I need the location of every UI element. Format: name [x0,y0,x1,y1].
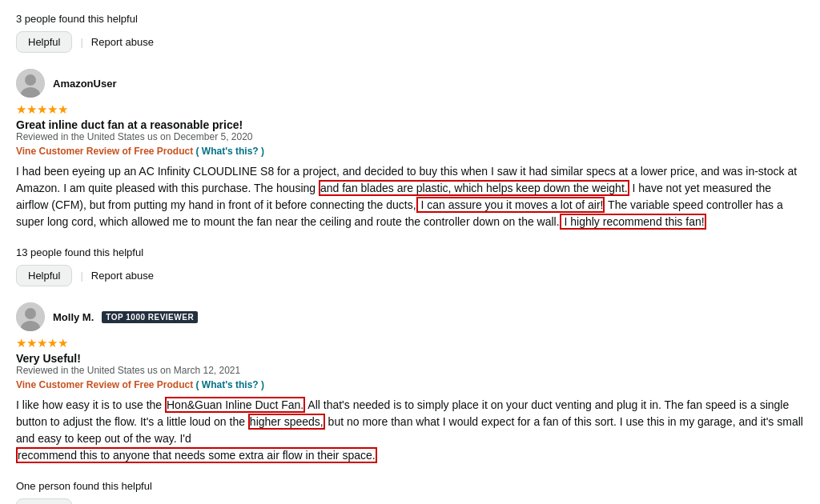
action-bar-1: Helpful | Report abuse [16,31,804,53]
helpful-button-1[interactable]: Helpful [16,31,72,53]
reviewer-name-3: Molly M. [53,311,94,323]
action-bar-3: Helpful | Report abuse [16,498,804,504]
body-seg-2-5: I highly recommend this fan! [560,214,706,230]
stars-2: ★★★★★ [16,102,804,117]
reviewer-name-2: AmazonUser [53,78,116,90]
review-block-3: Molly M. TOP 1000 REVIEWER ★★★★★ Very Us… [16,302,804,464]
vine-label-2: Vine Customer Review of Free Product ( W… [16,146,804,157]
helpful-button-2[interactable]: Helpful [16,265,72,286]
action-bar-2: Helpful | Report abuse [16,265,804,286]
reviewer-header-2: AmazonUser [16,69,804,98]
separator-1: | [80,36,82,48]
vine-whats-this-3[interactable]: ( What's this? ) [196,379,265,390]
review-title-2: Great inline duct fan at a reasonable pr… [16,118,804,131]
body-seg-3-0: I like how easy it is to use the [16,398,165,411]
top-reviewer-badge-3: TOP 1000 REVIEWER [102,311,198,323]
reviewer-header-3: Molly M. TOP 1000 REVIEWER [16,302,804,331]
review-body-2: I had been eyeing up an AC Infinity CLOU… [16,163,804,230]
svg-point-1 [25,74,36,86]
svg-point-4 [25,308,36,319]
helpful-count-3: One person found this helpful [16,480,804,492]
helpful-button-3[interactable]: Helpful [16,498,72,504]
helpful-count-1: 3 people found this helpful [16,13,804,25]
vine-whats-this-2[interactable]: ( What's this? ) [196,146,265,157]
helpful-count-2: 13 people found this helpful [16,246,804,258]
avatar-3 [16,302,45,331]
body-seg-2-1: and fan blades are plastic, which helps … [319,180,629,196]
report-link-2[interactable]: Report abuse [91,270,154,282]
stars-3: ★★★★★ [16,336,804,350]
body-seg-3-1: Hon&Guan Inline Duct Fan. [165,397,305,413]
avatar-2 [16,69,45,98]
review-body-3: I like how easy it is to use the Hon&Gua… [16,397,804,464]
review-meta-2: Reviewed in the United States us on Dece… [16,131,804,142]
body-seg-3-5: recommend this to anyone that needs some… [16,447,377,463]
review-block-2: AmazonUser ★★★★★ Great inline duct fan a… [16,69,804,230]
review-title-3: Very Useful! [16,352,804,365]
body-seg-2-3: I can assure you it moves a lot of air! [416,197,605,213]
report-link-1[interactable]: Report abuse [91,36,154,48]
review-meta-3: Reviewed in the United States us on Marc… [16,365,804,376]
separator-2: | [80,270,82,282]
body-seg-3-3: higher speeds, [248,414,325,430]
vine-label-3: Vine Customer Review of Free Product ( W… [16,379,804,390]
